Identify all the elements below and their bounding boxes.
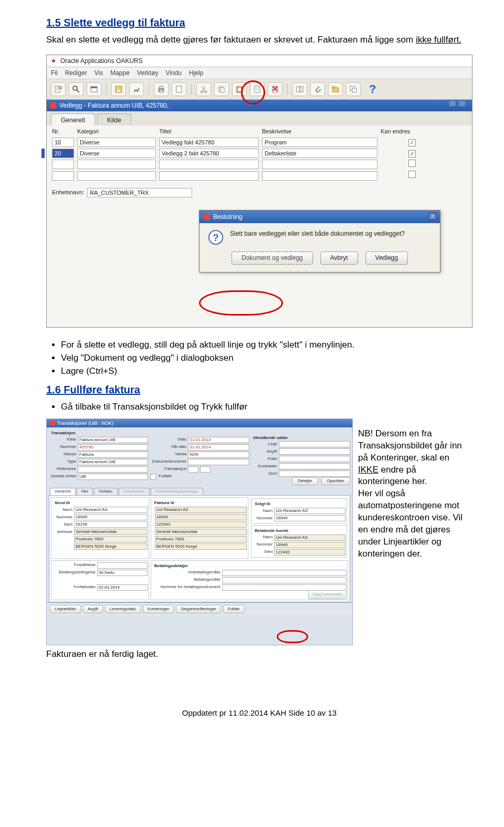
- val-adr1b[interactable]: Sentralt fakturamottak: [155, 529, 247, 535]
- checkbox-kan-endres[interactable]: [408, 139, 416, 146]
- folder-tools-icon[interactable]: [328, 82, 343, 96]
- cell-beskrivelse[interactable]: [262, 160, 377, 169]
- val-linje[interactable]: [279, 441, 350, 447]
- cell-nr[interactable]: [52, 160, 74, 169]
- val-kost[interactable]: [279, 463, 350, 469]
- table-row[interactable]: 20 Diverse Vedlegg 2 fakt 425780 Deltake…: [52, 149, 467, 158]
- val-num-ft[interactable]: 18949: [155, 514, 247, 520]
- val-navn4[interactable]: Uni Research AS: [274, 535, 345, 541]
- help-icon[interactable]: ?: [369, 81, 376, 97]
- val-nummer[interactable]: 425780: [78, 444, 148, 451]
- val-doknr[interactable]: [188, 459, 249, 465]
- oppdater-button[interactable]: Oppdater: [321, 477, 350, 485]
- val-klasse[interactable]: Faktura: [78, 452, 148, 458]
- val-forfall[interactable]: 02.03.2014: [97, 584, 148, 591]
- menu-bar[interactable]: Fil Rediger Vis Mappe Verktøy Vindu Hjel…: [47, 67, 472, 79]
- val-frakt[interactable]: [279, 456, 350, 462]
- translate-icon[interactable]: [292, 82, 307, 96]
- cell-beskrivelse[interactable]: Program: [262, 138, 377, 147]
- table-row[interactable]: [52, 160, 467, 169]
- linjeartikler-button[interactable]: Linjeartikler: [50, 605, 81, 614]
- val-avgift[interactable]: [279, 448, 350, 455]
- cell-kategori[interactable]: [77, 160, 156, 169]
- cell-tittel[interactable]: Vedlegg fakt 425780: [159, 138, 259, 147]
- val-valuta[interactable]: NOK: [188, 452, 249, 458]
- cell-beskrivelse[interactable]: Deltakerliste: [262, 149, 377, 158]
- val-dato[interactable]: 31.01.2014: [188, 437, 249, 443]
- cell-nr[interactable]: 20: [52, 149, 74, 158]
- val-innbet[interactable]: [222, 570, 346, 576]
- val-navn-ft[interactable]: Uni Research AS: [155, 507, 247, 513]
- cell-beskrivelse[interactable]: [262, 171, 377, 181]
- val-sted4[interactable]: 122483: [274, 549, 345, 556]
- attach-icon[interactable]: [310, 82, 325, 96]
- delete-icon[interactable]: [268, 82, 282, 96]
- val-navn[interactable]: Uni Research AS: [74, 507, 148, 513]
- checkbox-kan-endres[interactable]: [408, 160, 416, 167]
- new-icon[interactable]: [51, 82, 66, 96]
- val-betmate[interactable]: [222, 577, 346, 583]
- cell-tittel[interactable]: [159, 160, 259, 169]
- checkbox-kan-endres[interactable]: [408, 150, 416, 158]
- fullfor-button[interactable]: Fullfør: [223, 605, 245, 614]
- selgerkrediteringer-button[interactable]: Selgerkrediteringer: [176, 605, 221, 614]
- menu-verktoy[interactable]: Verktøy: [137, 69, 159, 77]
- page-setup-icon[interactable]: [172, 82, 186, 96]
- copy-icon[interactable]: [214, 82, 229, 96]
- val-num3[interactable]: 18949: [274, 515, 345, 521]
- val-betb[interactable]: 30 Netto: [97, 570, 148, 576]
- cell-tittel[interactable]: [159, 171, 259, 181]
- val-hb[interactable]: 31.01.2014: [188, 444, 249, 451]
- cell-nr[interactable]: [52, 171, 74, 181]
- val-adr3b[interactable]: BERGEN 5020 Norge: [155, 543, 247, 550]
- maximize-icon[interactable]: [458, 100, 466, 107]
- val-type[interactable]: Faktura annum UiB: [78, 459, 148, 465]
- detaljer-button[interactable]: Detaljer: [292, 477, 318, 485]
- val-sted-ft[interactable]: 122483: [155, 521, 247, 528]
- table-row[interactable]: 10 Diverse Vedlegg fakt 425780 Program: [52, 138, 467, 147]
- val-trans[interactable]: [188, 466, 198, 473]
- tab-forpliktelse[interactable]: Forpliktelse: [119, 488, 150, 495]
- vedlegg-button[interactable]: Vedlegg: [365, 252, 408, 264]
- tab-mer[interactable]: Mer: [77, 488, 93, 495]
- cell-nr[interactable]: 10: [52, 138, 74, 147]
- cell-kategori[interactable]: Diverse: [77, 149, 156, 158]
- menu-fil[interactable]: Fil: [51, 69, 58, 77]
- val-forpl[interactable]: [97, 562, 148, 569]
- menu-vis[interactable]: Vis: [94, 69, 103, 77]
- tab-generelt[interactable]: Generelt: [51, 113, 95, 125]
- val-sum[interactable]: [279, 470, 350, 477]
- avbryt-button[interactable]: Avbryt: [320, 252, 358, 264]
- window-icon[interactable]: [346, 82, 361, 96]
- save-icon[interactable]: [111, 82, 126, 96]
- tab-notater[interactable]: Notater: [94, 488, 117, 495]
- clear-icon[interactable]: [250, 82, 265, 96]
- val-instr[interactable]: [222, 584, 346, 591]
- checkbox-fullfort[interactable]: [151, 474, 156, 479]
- val-sted1[interactable]: 29158: [74, 521, 148, 528]
- cell-kategori[interactable]: [77, 171, 156, 181]
- minimize-icon[interactable]: [449, 100, 456, 107]
- print-icon[interactable]: [154, 82, 169, 96]
- menu-vindu[interactable]: Vindu: [166, 69, 182, 77]
- val-adr3[interactable]: BERGEN 5020 Norge: [74, 543, 148, 550]
- menu-hjelp[interactable]: Hjelp: [189, 69, 203, 77]
- dokument-og-vedlegg-button[interactable]: Dokument og vedlegg: [232, 252, 313, 264]
- cell-kategori[interactable]: Diverse: [77, 138, 156, 147]
- avgift-button[interactable]: Avgift: [83, 605, 103, 614]
- val-num4[interactable]: 18949: [274, 542, 345, 548]
- step-icon[interactable]: [129, 82, 144, 96]
- paste-icon[interactable]: [232, 82, 247, 96]
- menu-rediger[interactable]: Rediger: [65, 69, 87, 77]
- checkbox-kan-endres[interactable]: [408, 171, 416, 178]
- table-row[interactable]: [52, 171, 467, 180]
- close-icon[interactable]: ×: [428, 213, 437, 220]
- velg-instrument-button[interactable]: Velg instrument: [308, 590, 346, 599]
- tab-referanse[interactable]: Referanseopplysninger: [151, 488, 203, 495]
- tab-generelt[interactable]: Generelt: [50, 488, 76, 495]
- find-icon[interactable]: [69, 82, 83, 96]
- val-adr2b[interactable]: Postboks 7800: [155, 536, 247, 542]
- konteringer-button[interactable]: Konteringer: [143, 605, 174, 614]
- val-navn3[interactable]: Uni Research AS: [274, 508, 345, 514]
- val-referanse[interactable]: [78, 466, 148, 473]
